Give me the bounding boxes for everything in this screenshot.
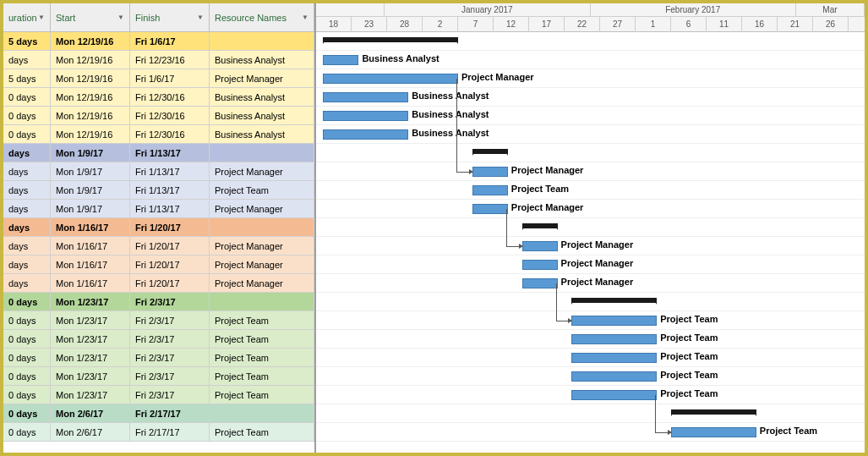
cell-finish[interactable]: Fri 1/13/17 (130, 144, 210, 162)
cell-resource[interactable]: Project Team (210, 367, 314, 385)
cell-resource[interactable]: Project Manager (210, 162, 314, 180)
gantt-summary-bar[interactable] (571, 298, 657, 303)
cell-start[interactable]: Mon 1/16/17 (51, 237, 130, 255)
cell-finish[interactable]: Fri 2/3/17 (130, 293, 210, 310)
gantt-summary-bar[interactable] (671, 409, 756, 415)
gantt-task-bar[interactable] (472, 204, 508, 214)
cell-duration[interactable]: 0 days (3, 107, 51, 124)
cell-resource[interactable]: Business Analyst (210, 51, 314, 69)
cell-duration[interactable]: days (3, 162, 51, 180)
gantt-summary-bar[interactable] (323, 37, 458, 42)
cell-duration[interactable]: days (3, 274, 51, 292)
col-header-start[interactable]: Start ▼ (51, 3, 130, 31)
gantt-task-bar[interactable] (571, 390, 657, 400)
table-row[interactable]: daysMon 1/9/17Fri 1/13/17 (3, 144, 314, 162)
chevron-down-icon[interactable]: ▼ (38, 14, 45, 21)
cell-finish[interactable]: Fri 1/6/17 (130, 69, 210, 87)
cell-finish[interactable]: Fri 1/20/17 (130, 274, 210, 292)
cell-duration[interactable]: 0 days (3, 404, 51, 422)
table-row[interactable]: 0 daysMon 12/19/16Fri 12/30/16Business A… (3, 107, 314, 125)
table-row[interactable]: 0 daysMon 12/19/16Fri 12/30/16Business A… (3, 88, 314, 107)
cell-finish[interactable]: Fri 2/3/17 (130, 386, 210, 404)
cell-start[interactable]: Mon 1/9/17 (51, 181, 130, 199)
cell-duration[interactable]: days (3, 218, 51, 236)
gantt-body[interactable]: Business AnalystProject ManagerBusiness … (316, 32, 865, 442)
cell-resource[interactable]: Project Team (210, 311, 314, 329)
gantt-task-bar[interactable] (571, 353, 657, 363)
cell-finish[interactable]: Fri 2/3/17 (130, 330, 210, 348)
cell-resource[interactable]: Business Analyst (210, 125, 314, 143)
gantt-task-bar[interactable] (671, 427, 756, 437)
cell-duration[interactable]: 0 days (3, 88, 51, 106)
col-header-resource[interactable]: Resource Names ▼ (210, 3, 314, 31)
table-row[interactable]: 5 daysMon 12/19/16Fri 1/6/17 (3, 32, 314, 51)
gantt-task-bar[interactable] (571, 371, 657, 382)
table-row[interactable]: daysMon 1/9/17Fri 1/13/17Project Manager (3, 162, 314, 181)
cell-duration[interactable]: 0 days (3, 293, 51, 310)
chevron-down-icon[interactable]: ▼ (117, 14, 124, 21)
chevron-down-icon[interactable]: ▼ (197, 14, 204, 21)
cell-resource[interactable] (210, 404, 314, 422)
cell-resource[interactable]: Business Analyst (210, 107, 314, 124)
cell-resource[interactable]: Project Team (210, 181, 314, 199)
gantt-task-bar[interactable] (522, 260, 558, 270)
gantt-task-bar[interactable] (323, 55, 358, 65)
cell-finish[interactable]: Fri 12/30/16 (130, 125, 210, 143)
table-row[interactable]: 0 daysMon 1/23/17Fri 2/3/17Project Team (3, 367, 314, 386)
table-row[interactable]: daysMon 1/9/17Fri 1/13/17Project Team (3, 181, 314, 200)
cell-start[interactable]: Mon 1/9/17 (51, 162, 130, 180)
cell-resource[interactable]: Project Team (210, 349, 314, 366)
table-row[interactable]: 0 daysMon 1/23/17Fri 2/3/17Project Team (3, 386, 314, 404)
cell-start[interactable]: Mon 12/19/16 (51, 69, 130, 87)
cell-start[interactable]: Mon 2/6/17 (51, 404, 130, 422)
cell-resource[interactable] (210, 144, 314, 162)
cell-finish[interactable]: Fri 1/20/17 (130, 255, 210, 273)
cell-finish[interactable]: Fri 2/17/17 (130, 404, 210, 422)
cell-start[interactable]: Mon 1/16/17 (51, 274, 130, 292)
cell-start[interactable]: Mon 1/23/17 (51, 330, 130, 348)
gantt-task-bar[interactable] (472, 185, 508, 195)
cell-resource[interactable] (210, 293, 314, 310)
cell-start[interactable]: Mon 1/23/17 (51, 386, 130, 404)
cell-resource[interactable]: Project Manager (210, 274, 314, 292)
table-row[interactable]: daysMon 12/19/16Fri 12/23/16Business Ana… (3, 51, 314, 69)
table-row[interactable]: daysMon 1/16/17Fri 1/20/17Project Manage… (3, 274, 314, 293)
cell-start[interactable]: Mon 1/9/17 (51, 200, 130, 217)
cell-finish[interactable]: Fri 12/23/16 (130, 51, 210, 69)
gantt-task-bar[interactable] (323, 129, 408, 140)
cell-duration[interactable]: 0 days (3, 125, 51, 143)
gantt-task-bar[interactable] (323, 74, 458, 84)
cell-resource[interactable]: Project Team (210, 386, 314, 404)
cell-start[interactable]: Mon 12/19/16 (51, 107, 130, 124)
cell-finish[interactable]: Fri 12/30/16 (130, 88, 210, 106)
gantt-task-bar[interactable] (323, 92, 408, 102)
gantt-task-bar[interactable] (472, 167, 508, 177)
cell-duration[interactable]: days (3, 200, 51, 217)
gantt-task-bar[interactable] (323, 111, 408, 121)
cell-finish[interactable]: Fri 2/3/17 (130, 349, 210, 366)
table-row[interactable]: 5 daysMon 12/19/16Fri 1/6/17Project Mana… (3, 69, 314, 88)
cell-resource[interactable]: Project Manager (210, 255, 314, 273)
cell-duration[interactable]: days (3, 181, 51, 199)
cell-resource[interactable]: Project Manager (210, 69, 314, 87)
cell-start[interactable]: Mon 1/16/17 (51, 218, 130, 236)
cell-duration[interactable]: days (3, 144, 51, 162)
cell-duration[interactable]: days (3, 51, 51, 69)
cell-resource[interactable]: Project Team (210, 330, 314, 348)
cell-duration[interactable]: 0 days (3, 386, 51, 404)
gantt-task-bar[interactable] (571, 334, 657, 344)
cell-duration[interactable]: 0 days (3, 349, 51, 366)
cell-finish[interactable]: Fri 2/3/17 (130, 367, 210, 385)
gantt-task-bar[interactable] (571, 316, 657, 326)
cell-duration[interactable]: 0 days (3, 367, 51, 385)
table-row[interactable]: 0 daysMon 2/6/17Fri 2/17/17Project Team (3, 423, 314, 442)
cell-duration[interactable]: 5 days (3, 69, 51, 87)
cell-start[interactable]: Mon 12/19/16 (51, 32, 130, 50)
cell-resource[interactable] (210, 218, 314, 236)
cell-start[interactable]: Mon 1/16/17 (51, 255, 130, 273)
cell-start[interactable]: Mon 1/9/17 (51, 144, 130, 162)
cell-start[interactable]: Mon 1/23/17 (51, 293, 130, 310)
cell-resource[interactable]: Project Manager (210, 237, 314, 255)
cell-resource[interactable]: Business Analyst (210, 88, 314, 106)
cell-start[interactable]: Mon 12/19/16 (51, 51, 130, 69)
